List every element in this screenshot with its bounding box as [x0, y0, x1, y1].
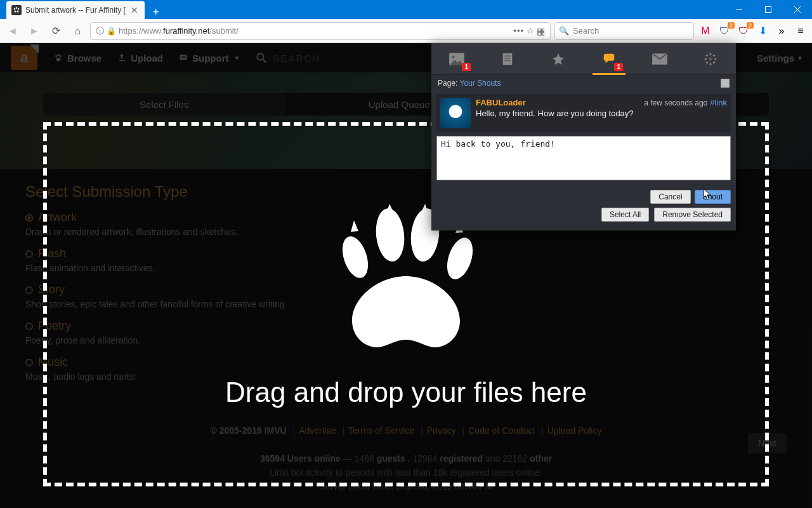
url-text: https://www.furaffinity.net/submit/: [119, 26, 511, 36]
svg-rect-25: [504, 55, 510, 56]
window-minimize-button[interactable]: [724, 0, 754, 19]
window-close-button[interactable]: [783, 0, 812, 19]
search-placeholder: Search: [573, 26, 599, 36]
extension-popover: 1 1 Page: Your Shouts: [431, 43, 736, 231]
shield-extension-icon[interactable]: 🛡2: [717, 23, 732, 39]
shout-button[interactable]: Shout: [695, 190, 731, 204]
shout-avatar[interactable]: [440, 98, 471, 128]
nav-forward-button[interactable]: ►: [25, 22, 43, 40]
popover-tabs: 1 1: [431, 43, 736, 75]
svg-point-3: [16, 7, 18, 9]
gmail-extension-icon[interactable]: M: [698, 23, 713, 39]
tab-close-icon[interactable]: ✕: [129, 5, 140, 15]
popover-tab-messages[interactable]: 1: [590, 43, 628, 75]
popover-tab-notes[interactable]: [488, 43, 527, 75]
tab-title: Submit artwork -- Fur Affinity [: [25, 6, 126, 15]
svg-rect-27: [504, 60, 510, 60]
bookmark-star-icon[interactable]: ☆: [527, 26, 534, 36]
svg-point-4: [18, 8, 20, 10]
page-actions-icon[interactable]: •••: [513, 26, 524, 36]
shout-message: Hello, my friend. How are you doing toda…: [476, 109, 727, 118]
url-bar[interactable]: ⓘ 🔒 https://www.furaffinity.net/submit/ …: [90, 22, 551, 40]
remove-selected-button[interactable]: Remove Selected: [654, 208, 731, 222]
nav-home-button[interactable]: ⌂: [69, 22, 86, 40]
cancel-button[interactable]: Cancel: [650, 190, 690, 204]
svg-point-0: [15, 11, 16, 13]
cursor-icon: [703, 188, 712, 201]
lock-icon: 🔒: [107, 27, 116, 36]
shout-username[interactable]: FABULoader: [476, 98, 526, 107]
browser-search-bar[interactable]: 🔍 Search: [554, 22, 694, 40]
svg-point-1: [17, 11, 19, 13]
svg-point-21: [442, 234, 477, 283]
new-tab-button[interactable]: +: [147, 6, 165, 19]
browser-tab[interactable]: Submit artwork -- Fur Affinity [ ✕: [6, 1, 145, 19]
info-icon[interactable]: ⓘ: [96, 25, 104, 37]
tab-favicon: [11, 5, 22, 15]
popover-tab-favorites[interactable]: [539, 43, 577, 75]
reply-textarea[interactable]: [436, 136, 731, 180]
shout-item: FABULoader a few seconds ago#link Hello,…: [436, 94, 731, 132]
shout-timestamp: a few seconds ago: [644, 98, 707, 107]
ublock-extension-icon[interactable]: 🛡2: [736, 23, 751, 39]
nav-reload-button[interactable]: ⟳: [47, 22, 65, 40]
popover-tab-settings[interactable]: [691, 43, 730, 75]
svg-point-19: [374, 207, 407, 263]
popover-tab-images[interactable]: 1: [438, 43, 476, 75]
window-maximize-button[interactable]: [754, 0, 783, 19]
svg-point-18: [337, 233, 372, 281]
svg-point-23: [452, 55, 454, 58]
svg-rect-6: [766, 7, 771, 13]
popover-checkbox[interactable]: [721, 79, 730, 88]
svg-point-2: [14, 8, 16, 10]
browser-navbar: ◄ ► ⟳ ⌂ ⓘ 🔒 https://www.furaffinity.net/…: [0, 19, 812, 43]
window-titlebar: Submit artwork -- Fur Affinity [ ✕ +: [0, 0, 812, 19]
popover-tab-mail[interactable]: [641, 43, 679, 75]
dropzone-text: Drag and drop your files here: [225, 377, 587, 408]
svg-point-29: [709, 57, 712, 61]
popover-page-link[interactable]: Your Shouts: [459, 79, 501, 88]
popover-page-row: Page: Your Shouts: [431, 75, 736, 91]
menu-icon[interactable]: ≡: [793, 23, 808, 39]
select-all-button[interactable]: Select All: [601, 208, 649, 222]
downloads-icon[interactable]: ⬇: [755, 23, 770, 39]
qr-icon[interactable]: ▦: [537, 26, 545, 36]
svg-rect-24: [503, 53, 513, 64]
nav-back-button[interactable]: ◄: [4, 22, 22, 40]
search-icon: 🔍: [559, 26, 569, 36]
overflow-icon[interactable]: »: [774, 23, 789, 39]
svg-rect-26: [504, 58, 510, 58]
shout-permalink[interactable]: #link: [710, 98, 727, 107]
